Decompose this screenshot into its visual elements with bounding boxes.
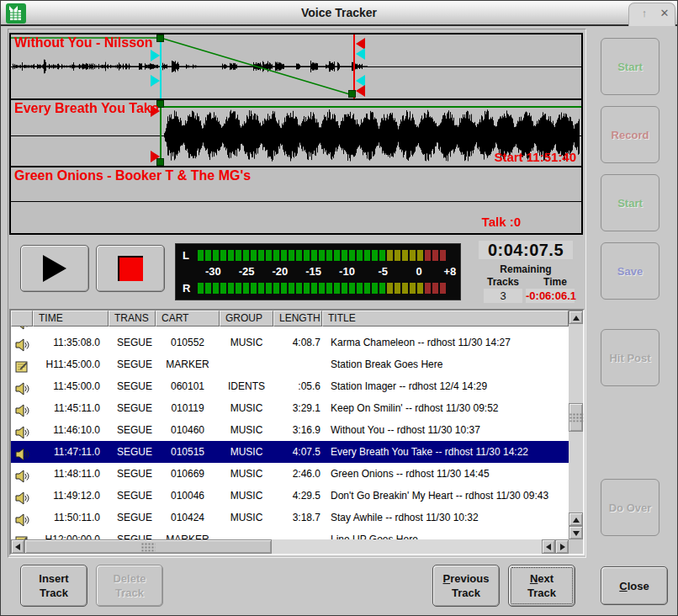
cell-time: 11:45:11.0 xyxy=(33,397,109,419)
previous-track-button[interactable]: PreviousTrack xyxy=(432,565,500,607)
cell-title: Green Onions -- rdhost 11/30 14:45 xyxy=(322,463,569,485)
horizontal-scrollbar[interactable] xyxy=(11,539,569,554)
speaker-icon xyxy=(11,485,33,507)
meter-segment xyxy=(387,283,393,294)
meter-segment xyxy=(432,283,438,294)
audio-level-meter: L -30-25-20-15-10-50+8 R xyxy=(175,243,461,300)
stop-button[interactable] xyxy=(96,245,165,292)
meter-segment xyxy=(243,283,249,294)
meter-segment xyxy=(266,283,272,294)
cell-title: Station Imager -- rdhost 12/4 14:29 xyxy=(322,375,569,397)
cell-time: 11:50:11.0 xyxy=(33,507,109,528)
meter-segment xyxy=(311,250,317,261)
meter-scale-label: -5 xyxy=(379,265,389,278)
start-track2-button: Start xyxy=(601,174,659,231)
cell-time: 11:47:11.0 xyxy=(33,441,109,463)
play-button[interactable] xyxy=(20,245,89,292)
log-row[interactable]: H12:00:00.0SEGUEMARKERLine UP Goes Here xyxy=(11,528,569,539)
cell-cart: 010669 xyxy=(156,463,220,485)
meter-segment xyxy=(349,283,355,294)
log-row[interactable]: 11:35:08.0SEGUE010552MUSIC4:08.7Karma Ch… xyxy=(11,332,569,353)
scroll-left-button[interactable] xyxy=(11,539,24,554)
window-title: Voice Tracker xyxy=(1,6,677,19)
log-table: TIMETRANSCARTGROUPLENGTHTITLE 11:35:08.0… xyxy=(9,309,585,555)
meter-scale: -30-25-20-15-10-50+8 xyxy=(198,265,455,279)
column-header-title[interactable]: TITLE xyxy=(322,311,569,327)
segue-start-marker-top[interactable] xyxy=(151,50,160,61)
scroll-right-button[interactable] xyxy=(555,539,569,554)
cell-len: 4:29.5 xyxy=(273,485,322,507)
cell-title: Station Break Goes Here xyxy=(322,353,569,375)
column-header-group[interactable]: GROUP xyxy=(220,311,273,327)
column-header-time[interactable]: TIME xyxy=(33,311,109,327)
track1-waveform-panel[interactable]: Without You - Nilsson xyxy=(11,35,581,98)
track3-centerline xyxy=(11,201,581,202)
horizontal-scroll-thumb[interactable] xyxy=(24,539,272,554)
track2-start-marker-bottom[interactable] xyxy=(151,151,160,162)
cell-trans: SEGUE xyxy=(109,375,156,397)
track3-title: Green Onions - Booker T & The MG's xyxy=(14,168,251,183)
close-window-button[interactable]: ✕ xyxy=(657,6,672,21)
next-track-button[interactable]: NextTrack xyxy=(508,565,575,607)
shade-button[interactable]: ↑ xyxy=(637,6,652,21)
meter-segment xyxy=(251,283,257,294)
log-row[interactable]: 11:47:11.0SEGUE010515MUSIC4:07.5Every Br… xyxy=(11,441,569,463)
scrollbar-corner xyxy=(569,539,583,554)
voice-tracker-window: Voice Tracker ↑ ✕ Without You - Nilsson xyxy=(0,0,678,616)
segue-start-marker-bottom[interactable] xyxy=(151,75,160,87)
cell-len: 3:29.1 xyxy=(273,397,322,419)
cell-group xyxy=(220,528,273,539)
cell-trans: SEGUE xyxy=(109,332,156,353)
meter-segment xyxy=(342,250,347,261)
end-marker-red-bottom[interactable] xyxy=(356,85,365,97)
log-row[interactable]: 11:48:11.0SEGUE010669MUSIC2:46.0Green On… xyxy=(11,463,569,485)
track2-start-line[interactable] xyxy=(160,100,162,166)
cell-trans: SEGUE xyxy=(109,485,156,507)
scroll-down-button[interactable] xyxy=(569,526,583,539)
log-row[interactable]: H11:45:00.0SEGUEMARKERStation Break Goes… xyxy=(11,353,569,375)
cell-time: H12:00:00.0 xyxy=(33,528,109,539)
column-header-icon[interactable] xyxy=(11,311,33,327)
end-marker-cyan-top[interactable] xyxy=(356,48,365,60)
track2-waveform-panel[interactable]: Every Breath You Take Start 11:51:40 xyxy=(11,98,581,166)
scroll-up-button-2[interactable] xyxy=(569,512,583,526)
scroll-left-button-2[interactable] xyxy=(542,539,555,554)
remaining-label: Remaining xyxy=(479,263,573,275)
track1-end-line[interactable] xyxy=(353,35,355,98)
log-row[interactable]: 11:45:00.0SEGUE060101IDENTS:05.6Station … xyxy=(11,375,569,397)
column-header-trans[interactable]: TRANS xyxy=(109,311,156,327)
meter-segment xyxy=(289,250,294,261)
column-header-length[interactable]: LENGTH xyxy=(273,311,322,327)
speaker-icon xyxy=(11,507,33,528)
meter-segment xyxy=(372,250,378,261)
insert-track-button[interactable]: InsertTrack xyxy=(20,565,87,607)
cell-len: 2:46.0 xyxy=(273,463,322,485)
meter-segment xyxy=(228,250,234,261)
track2-level-line[interactable] xyxy=(162,106,581,108)
track3-waveform-panel[interactable]: Green Onions - Booker T & The MG's Talk … xyxy=(11,166,581,233)
meter-segment xyxy=(425,283,431,294)
fade-start-handle[interactable] xyxy=(156,35,164,42)
scroll-up-button[interactable] xyxy=(569,311,583,324)
speaker-icon xyxy=(11,375,33,397)
log-row[interactable]: 11:46:10.0SEGUE010460MUSIC3:16.9Without … xyxy=(11,419,569,441)
log-row[interactable]: 11:50:11.0SEGUE010424MUSIC3:18.7Stay Awh… xyxy=(11,507,569,528)
log-row[interactable]: 11:49:12.0SEGUE010046MUSIC4:29.5Don't Go… xyxy=(11,485,569,507)
log-row[interactable]: 11:45:11.0SEGUE010119MUSIC3:29.1Keep On … xyxy=(11,397,569,419)
meter-segment xyxy=(281,283,287,294)
fade-end-handle[interactable] xyxy=(348,90,356,98)
segue-start-line[interactable] xyxy=(160,35,162,98)
speaker-icon xyxy=(11,419,33,441)
column-header-cart[interactable]: CART xyxy=(156,311,220,327)
vertical-scrollbar[interactable] xyxy=(569,311,583,539)
cell-time: 11:49:12.0 xyxy=(33,485,109,507)
meter-scale-label: -20 xyxy=(273,265,289,278)
meter-segment xyxy=(364,250,370,261)
cell-trans: SEGUE xyxy=(109,441,156,463)
meter-segment xyxy=(410,250,416,261)
meter-segment xyxy=(220,250,226,261)
meter-segment xyxy=(402,250,408,261)
elapsed-time-display: 0:04:07.5 xyxy=(479,241,573,259)
close-button[interactable]: Close xyxy=(601,566,668,605)
vertical-scroll-thumb[interactable] xyxy=(569,403,583,432)
